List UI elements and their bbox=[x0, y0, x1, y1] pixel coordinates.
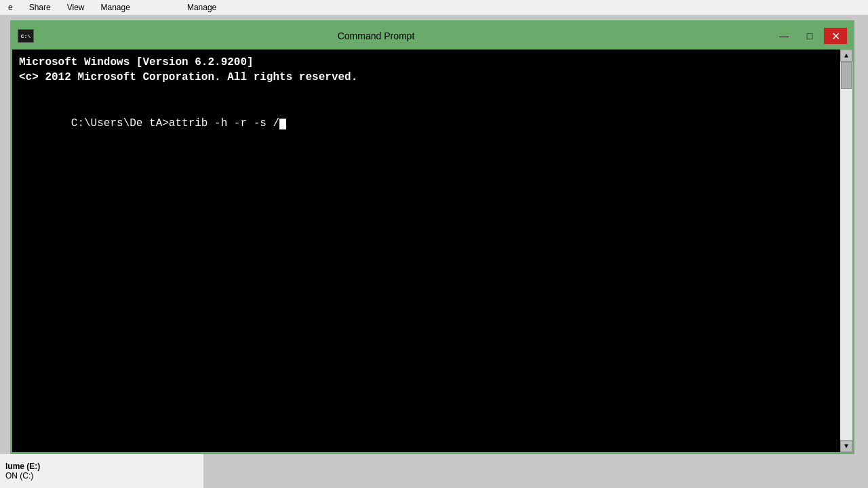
cursor bbox=[279, 119, 286, 129]
next-drive-label: ON (C:) bbox=[5, 471, 198, 481]
terminal-line-3 bbox=[19, 85, 833, 100]
title-bar-left: C:\ bbox=[18, 29, 34, 43]
menu-item-manage2[interactable]: Manage bbox=[184, 1, 219, 14]
bottom-area: lume (E:) ON (C:) bbox=[0, 454, 203, 488]
scroll-thumb[interactable] bbox=[841, 62, 852, 89]
terminal-line-1: Microsoft Windows [Version 6.2.9200] bbox=[19, 55, 833, 70]
menu-bar: e Share View Manage Manage bbox=[0, 0, 868, 15]
terminal-content[interactable]: Microsoft Windows [Version 6.2.9200] <c>… bbox=[12, 49, 840, 452]
menu-item-view[interactable]: View bbox=[64, 1, 87, 14]
window-title: Command Prompt bbox=[34, 30, 718, 41]
scroll-up-button[interactable]: ▲ bbox=[840, 49, 852, 62]
volume-label: lume (E:) bbox=[5, 462, 198, 471]
terminal-body[interactable]: Microsoft Windows [Version 6.2.9200] <c>… bbox=[12, 49, 852, 452]
cmd-icon: C:\ bbox=[18, 29, 34, 43]
terminal-prompt: C:\Users\De tA>attrib -h -r -s / bbox=[19, 100, 833, 146]
menu-item-share[interactable]: Share bbox=[26, 1, 54, 14]
scroll-track bbox=[840, 62, 852, 440]
menu-item-e[interactable]: e bbox=[5, 1, 16, 14]
scrollbar[interactable]: ▲ ▼ bbox=[840, 49, 852, 452]
cmd-window: C:\ Command Prompt — □ ✕ Microsoft Windo… bbox=[10, 20, 854, 454]
minimize-button[interactable]: — bbox=[772, 28, 795, 44]
menu-item-manage1[interactable]: Manage bbox=[98, 1, 133, 14]
maximize-button[interactable]: □ bbox=[798, 28, 821, 44]
title-bar-controls: — □ ✕ bbox=[772, 28, 847, 44]
scroll-down-button[interactable]: ▼ bbox=[840, 440, 852, 452]
title-bar: C:\ Command Prompt — □ ✕ bbox=[12, 22, 852, 49]
close-button[interactable]: ✕ bbox=[824, 28, 847, 44]
terminal-line-2: <c> 2012 Microsoft Corporation. All righ… bbox=[19, 70, 833, 85]
